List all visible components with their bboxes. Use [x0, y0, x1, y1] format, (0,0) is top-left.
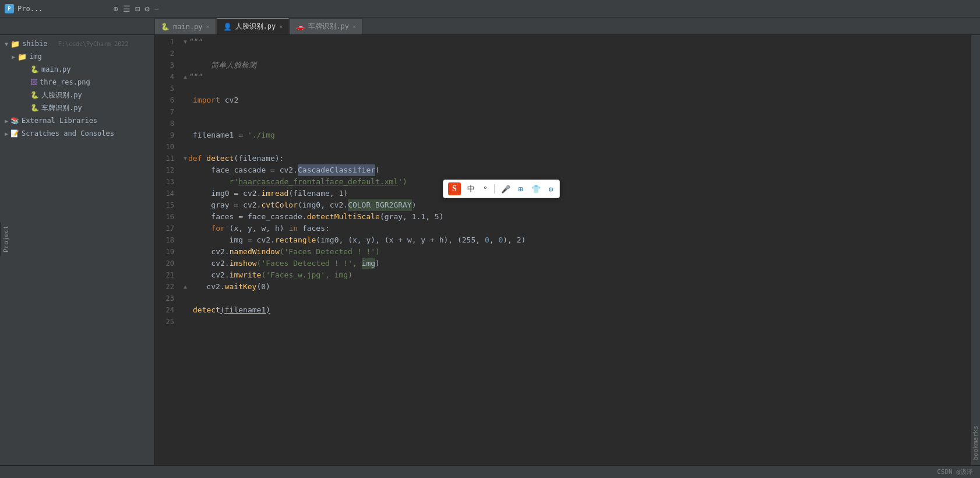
face-py-icon: 🐍 [30, 91, 39, 99]
sidebar: ▼ 📁 shibie F:\code\PyCharm 2022 ▶ 📁 img … [0, 35, 154, 465]
editor-content[interactable]: 1 2 3 4 5 6 7 8 9 10 11 12 13 14 15 16 1… [154, 35, 971, 465]
code-line-24: detect (filename1) [179, 304, 971, 316]
ln-18: 18 [166, 234, 174, 246]
code-line-9: filename1 = './img [179, 129, 971, 141]
top-bar-left: P Pro... ⊕ ☰ ⊟ ⚙ − [5, 4, 159, 13]
ln-25: 25 [166, 316, 174, 328]
code-line-8 [179, 118, 971, 129]
ime-chinese-btn[interactable]: 中 [466, 183, 477, 195]
add-icon[interactable]: ⊕ [113, 4, 118, 13]
code-line-7 [179, 106, 971, 118]
sidebar-item-img-label: img [29, 52, 42, 61]
sidebar-root[interactable]: ▼ 📁 shibie F:\code\PyCharm 2022 [0, 37, 154, 50]
code-line-23 [179, 293, 971, 304]
code-line-18: img = cv2. rectangle (img0, (x, y), (x +… [179, 234, 971, 246]
ime-logo: S [448, 182, 461, 195]
main-content: ▼ 📁 shibie F:\code\PyCharm 2022 ▶ 📁 img … [0, 35, 980, 465]
code-line-19: cv2. namedWindow ('Faces Detected ! !') [179, 246, 971, 258]
tab-car-icon: 🚗 [296, 23, 305, 31]
ime-skin-btn[interactable]: 👕 [530, 184, 542, 194]
project-icon: P [5, 4, 14, 13]
ln-1: 1 [170, 36, 174, 48]
sidebar-item-extlibs[interactable]: ▶ 📚 External Libraries [0, 114, 154, 127]
arrow-down-icon: ▼ [5, 41, 8, 47]
minimize-icon[interactable]: − [154, 4, 159, 13]
line-numbers: 1 2 3 4 5 6 7 8 9 10 11 12 13 14 15 16 1… [154, 35, 179, 465]
code-line-2 [179, 48, 971, 59]
code-line-11: ▼ def detect (filename): [179, 153, 971, 164]
ln-19: 19 [166, 246, 174, 258]
ln-10: 10 [166, 141, 174, 153]
code-line-4: ▲ """ [179, 71, 971, 83]
code-line-14: img0 = cv2. imread (filename, 1) [179, 188, 971, 199]
sidebar-item-png[interactable]: 🖼 thre_res.png [0, 76, 154, 89]
ln-9: 9 [170, 129, 174, 141]
structure-icon[interactable]: ☰ [123, 4, 131, 13]
ln-7: 7 [170, 106, 174, 118]
ln-16: 16 [166, 211, 174, 223]
ln-24: 24 [166, 304, 174, 316]
img-file-icon: 🖼 [30, 78, 37, 86]
ime-menu-btn[interactable]: ⚙ [547, 184, 555, 194]
ln-15: 15 [166, 199, 174, 211]
top-bar-title: Pro... [17, 5, 43, 13]
layout-icon[interactable]: ⊟ [135, 4, 140, 13]
ln-11: 11 [166, 153, 174, 164]
sidebar-root-path: F:\code\PyCharm 2022 [58, 41, 128, 47]
fold-4[interactable]: ▲ [184, 71, 187, 83]
fold-22[interactable]: ▲ [184, 281, 187, 293]
sidebar-item-scratches-label: Scratches and Consoles [22, 129, 114, 138]
ln-2: 2 [170, 48, 174, 59]
code-line-15: gray = cv2. cvtColor (img0, cv2. COLOR_B… [179, 199, 971, 211]
tab-car-label: 车牌识别.py [308, 22, 349, 31]
sidebar-item-img[interactable]: ▶ 📁 img [0, 50, 154, 63]
sidebar-item-scratches[interactable]: ▶ 📝 Scratches and Consoles [0, 127, 154, 140]
tab-face[interactable]: 👤 人脸识别.py ✕ [217, 18, 290, 34]
tab-face-close[interactable]: ✕ [279, 23, 283, 30]
ext-lib-icon: 📚 [10, 117, 19, 125]
sidebar-item-carpy[interactable]: 🐍 车牌识别.py [0, 101, 154, 114]
ln-21: 21 [166, 269, 174, 281]
project-tab[interactable]: Project [0, 222, 12, 256]
sidebar-item-facepy[interactable]: 🐍 人脸识别.py [0, 89, 154, 101]
ime-toolbar[interactable]: S 中 ° 🎤 ⊞ 👕 ⚙ [443, 180, 560, 198]
ime-mic-btn[interactable]: 🎤 [499, 184, 512, 194]
bookmarks-bar[interactable]: bookmarks [971, 35, 980, 465]
settings-icon[interactable]: ⚙ [144, 4, 149, 13]
sidebar-item-mainpy[interactable]: 🐍 main.py [0, 63, 154, 76]
ln-13: 13 [166, 176, 174, 188]
code-line-12: face_cascade = cv2. CascadeClassifier ( [179, 164, 971, 176]
tab-car[interactable]: 🚗 车牌识别.py ✕ [290, 18, 362, 34]
ln-17: 17 [166, 223, 174, 234]
code-line-22: ▲ cv2. waitKey (0) [179, 281, 971, 293]
code-line-17: for (x, y, w, h) in faces: [179, 223, 971, 234]
ln-4: 4 [170, 71, 174, 83]
ln-8: 8 [170, 118, 174, 129]
project-folder-icon: 📁 [10, 40, 20, 48]
car-py-icon: 🐍 [30, 104, 39, 112]
code-line-5 [179, 83, 971, 94]
top-bar: P Pro... ⊕ ☰ ⊟ ⚙ − [0, 0, 980, 17]
ime-grid-btn[interactable]: ⊞ [517, 184, 525, 194]
tab-face-label: 人脸识别.py [235, 22, 276, 31]
tab-main[interactable]: 🐍 main.py ✕ [154, 18, 216, 34]
tab-car-close[interactable]: ✕ [352, 23, 356, 30]
bottom-bar: CSDN @汲泽 [0, 465, 980, 478]
ime-divider1 [494, 184, 495, 194]
bookmarks-label[interactable]: bookmarks [972, 426, 979, 461]
code-area[interactable]: ▼ """ 简单人脸检测 ▲ """ [179, 35, 971, 465]
ln-14: 14 [166, 188, 174, 199]
code-line-10 [179, 141, 971, 153]
editor-area: 1 2 3 4 5 6 7 8 9 10 11 12 13 14 15 16 1… [154, 35, 971, 465]
tab-main-close[interactable]: ✕ [206, 23, 210, 30]
bottom-credit: CSDN @汲泽 [937, 468, 973, 476]
code-line-25 [179, 316, 971, 328]
sidebar-root-label: shibie [22, 40, 56, 48]
sidebar-item-png-label: thre_res.png [40, 78, 90, 86]
ln-6: 6 [170, 94, 174, 106]
fold-11[interactable]: ▼ [184, 153, 187, 164]
ln-5: 5 [170, 83, 174, 94]
ime-punctuation-btn[interactable]: ° [481, 184, 489, 194]
fold-1[interactable]: ▼ [184, 36, 187, 48]
code-line-20: cv2. imshow ('Faces Detected ! !', img ) [179, 258, 971, 269]
